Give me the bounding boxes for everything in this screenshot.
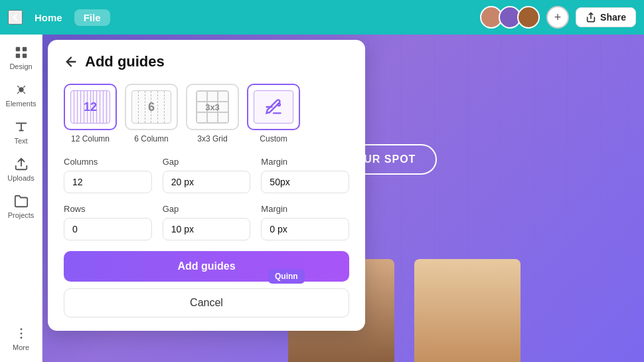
- text-icon: [14, 120, 29, 134]
- col12-num: 12: [84, 100, 97, 114]
- sidebar-item-text[interactable]: Text: [3, 114, 40, 150]
- sidebar-elements-label: Elements: [6, 100, 37, 108]
- columns-group: Columns: [64, 157, 152, 193]
- rows-margin-group: Margin: [261, 204, 349, 240]
- sidebar-item-elements[interactable]: Elements: [3, 77, 40, 113]
- guide-type-3x3-label: 3x3 Grid: [197, 134, 227, 143]
- col6-preview: 6: [131, 90, 171, 124]
- sidebar-item-projects[interactable]: Projects: [3, 189, 40, 225]
- plus-icon: +: [554, 11, 562, 25]
- custom-preview: [254, 90, 293, 124]
- back-button[interactable]: [8, 10, 23, 25]
- guide-type-custom[interactable]: Custom: [247, 84, 300, 143]
- guide-type-selector: 12 12 Column: [64, 84, 349, 143]
- cancel-button[interactable]: Cancel: [64, 288, 349, 317]
- sidebar-uploads-label: Uploads: [7, 174, 34, 182]
- columns-gap-input[interactable]: [163, 171, 251, 193]
- folder-icon: [14, 194, 29, 209]
- sidebar-item-uploads[interactable]: Uploads: [3, 151, 40, 187]
- svg-point-6: [20, 333, 22, 335]
- guide-type-6col[interactable]: 6 6 Column: [125, 84, 178, 143]
- guide-type-6col-label: 6 Column: [134, 134, 168, 143]
- more-icon: [14, 326, 29, 341]
- svg-point-5: [20, 328, 22, 330]
- grid-icon: [14, 45, 29, 60]
- columns-input[interactable]: [64, 171, 152, 193]
- share-icon: [586, 12, 596, 23]
- file-button[interactable]: File: [74, 9, 110, 26]
- col12-preview: 12: [70, 90, 110, 124]
- svg-point-4: [19, 87, 23, 92]
- columns-gap-group: Gap: [163, 157, 251, 193]
- columns-label: Columns: [64, 157, 152, 167]
- columns-margin-input[interactable]: [261, 171, 349, 193]
- sidebar-item-more[interactable]: More: [3, 321, 40, 357]
- home-button[interactable]: Home: [29, 9, 68, 26]
- svg-rect-0: [15, 47, 19, 51]
- add-user-button[interactable]: +: [546, 6, 569, 29]
- svg-rect-3: [22, 54, 26, 58]
- rows-group: Rows: [64, 204, 152, 240]
- avatar-user-3: [517, 6, 540, 29]
- svg-rect-1: [22, 47, 26, 51]
- columns-gap-label: Gap: [163, 157, 251, 167]
- upload-icon: [14, 157, 29, 171]
- dialog-header: Add guides: [64, 53, 349, 70]
- rows-margin-input[interactable]: [261, 218, 349, 240]
- sidebar-projects-label: Projects: [8, 211, 35, 219]
- rows-gap-input[interactable]: [163, 218, 251, 240]
- sidebar-text-label: Text: [14, 137, 27, 145]
- guide-type-12col-box: 12: [64, 84, 117, 130]
- sidebar-item-design[interactable]: Design: [3, 40, 40, 76]
- columns-margin-group: Margin: [261, 157, 349, 193]
- grid3-label: 3x3: [205, 102, 220, 112]
- sidebar-design-label: Design: [9, 62, 32, 70]
- elements-icon: [14, 82, 29, 97]
- share-button[interactable]: Share: [576, 7, 636, 27]
- share-label: Share: [600, 12, 626, 23]
- back-icon: [64, 54, 78, 69]
- guide-type-3x3[interactable]: 3x3 3x3 Grid: [186, 84, 239, 143]
- guide-type-6col-box: 6: [125, 84, 178, 130]
- rows-gap-group: Gap: [163, 204, 251, 240]
- topbar: Home File + Share: [0, 0, 644, 35]
- dialog-title: Add guides: [85, 53, 165, 70]
- rows-margin-label: Margin: [261, 204, 349, 214]
- custom-settings-icon: [264, 98, 283, 116]
- add-guides-button[interactable]: Add guides: [64, 251, 349, 282]
- columns-margin-label: Margin: [261, 157, 349, 167]
- guide-type-3x3-box: 3x3: [186, 84, 239, 130]
- guide-type-12col-label: 12 Column: [71, 134, 110, 143]
- col6-num: 6: [148, 100, 155, 114]
- svg-point-7: [20, 337, 22, 339]
- rows-label: Rows: [64, 204, 152, 214]
- topbar-right: + Share: [480, 6, 636, 29]
- guide-type-custom-box: [247, 84, 300, 130]
- sidebar: Design Elements Text Uploads Projects Mo…: [0, 35, 42, 362]
- rows-form-row: Rows Gap Margin: [64, 204, 349, 240]
- guide-type-custom-label: Custom: [260, 134, 287, 143]
- dialog-back-button[interactable]: [64, 54, 78, 69]
- canvas-area: our brand BOOK YOUR SPOT r Speakers Add …: [42, 35, 644, 362]
- avatar-group: [480, 6, 540, 29]
- svg-point-9: [278, 104, 280, 106]
- dialog-overlay: Add guides: [42, 35, 644, 362]
- svg-rect-2: [15, 54, 19, 58]
- main-area: Design Elements Text Uploads Projects Mo…: [0, 35, 644, 362]
- columns-form-row: Columns Gap Margin: [64, 157, 349, 193]
- guide-type-12col[interactable]: 12 12 Column: [64, 84, 117, 143]
- sidebar-more-label: More: [13, 343, 29, 351]
- rows-gap-label: Gap: [163, 204, 251, 214]
- rows-input[interactable]: [64, 218, 152, 240]
- add-guides-dialog: Add guides: [48, 40, 365, 331]
